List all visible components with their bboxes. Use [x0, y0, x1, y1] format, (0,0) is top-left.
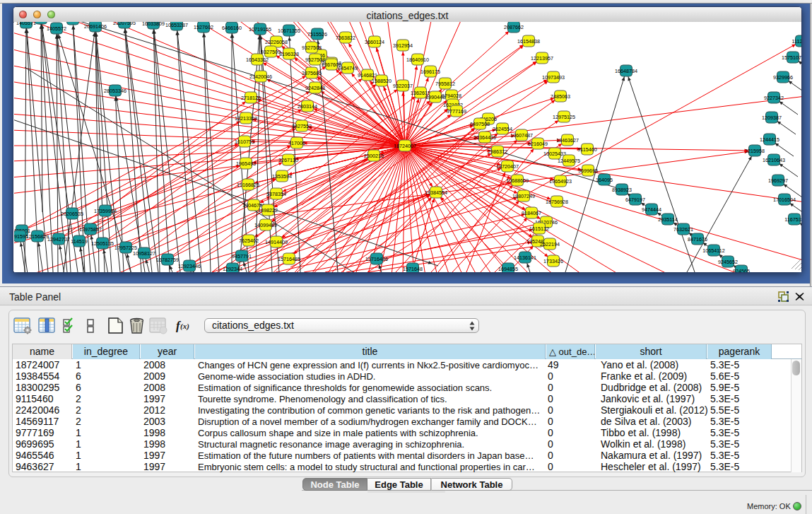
- svg-text:13975857: 13975857: [79, 226, 102, 233]
- svg-text:17016504: 17016504: [773, 197, 796, 203]
- svg-text:20364436: 20364436: [473, 134, 496, 141]
- svg-text:7563822: 7563822: [336, 35, 355, 41]
- svg-text:2367608: 2367608: [322, 62, 341, 68]
- svg-text:1969297: 1969297: [768, 177, 788, 184]
- svg-text:8427552: 8427552: [292, 123, 312, 129]
- svg-text:2803144: 2803144: [298, 103, 317, 110]
- svg-text:1527602: 1527602: [194, 24, 213, 30]
- svg-text:6479197: 6479197: [625, 197, 645, 203]
- svg-text:28053346: 28053346: [104, 88, 126, 94]
- svg-text:12213957: 12213957: [531, 55, 553, 62]
- svg-text:924565: 924565: [733, 268, 750, 273]
- svg-text:12505135: 12505135: [91, 240, 114, 247]
- svg-text:14914409: 14914409: [265, 239, 288, 245]
- svg-text:21207595: 21207595: [113, 22, 136, 26]
- svg-text:1498222: 1498222: [258, 207, 278, 214]
- svg-text:18463627: 18463627: [556, 137, 579, 144]
- svg-text:9327508: 9327508: [302, 45, 322, 51]
- svg-text:1405571: 1405571: [16, 22, 36, 26]
- svg-text:9777169: 9777169: [447, 108, 466, 115]
- svg-text:417006: 417006: [288, 140, 305, 146]
- svg-text:7485063: 7485063: [551, 93, 570, 100]
- svg-text:9184067: 9184067: [522, 210, 541, 216]
- svg-text:6497508: 6497508: [470, 121, 490, 127]
- svg-text:16648784: 16648784: [615, 68, 637, 74]
- svg-text:3624554: 3624554: [493, 126, 512, 132]
- svg-text:15716486: 15716486: [365, 256, 388, 262]
- svg-text:10719155: 10719155: [249, 26, 271, 33]
- svg-text:12923446: 12923446: [178, 263, 201, 269]
- svg-text:23420046: 23420046: [249, 74, 272, 80]
- svg-text:12975125: 12975125: [553, 114, 575, 120]
- svg-text:3267130: 3267130: [278, 157, 298, 163]
- svg-text:9242848: 9242848: [305, 85, 325, 91]
- svg-text:1167531: 1167531: [784, 216, 801, 223]
- svg-text:3215958: 3215958: [745, 148, 765, 154]
- svg-text:9322037: 9322037: [393, 83, 413, 89]
- svg-text:12213369: 12213369: [235, 115, 257, 122]
- svg-text:3660124: 3660124: [365, 39, 384, 45]
- svg-text:9699695: 9699695: [578, 168, 598, 174]
- svg-text:2087662: 2087662: [504, 24, 524, 30]
- svg-text:9457791: 9457791: [232, 253, 252, 259]
- svg-text:2300215: 2300215: [364, 153, 384, 159]
- svg-text:1610755: 1610755: [235, 139, 254, 145]
- svg-text:18640910: 18640910: [406, 57, 429, 63]
- svg-text:6216049: 6216049: [528, 141, 548, 147]
- svg-text:(x): (x): [180, 322, 189, 331]
- svg-text:6466160: 6466160: [222, 25, 242, 31]
- svg-text:12942737: 12942737: [47, 236, 70, 243]
- svg-text:2986372: 2986372: [488, 148, 507, 155]
- svg-text:1696175: 1696175: [420, 69, 440, 75]
- svg-text:14136141: 14136141: [514, 255, 536, 261]
- svg-text:18720407: 18720407: [496, 163, 519, 170]
- svg-text:10671355: 10671355: [278, 28, 300, 34]
- svg-text:5878354: 5878354: [266, 191, 286, 197]
- svg-text:8471676: 8471676: [688, 236, 707, 243]
- svg-text:16543362: 16543362: [246, 57, 269, 63]
- svg-text:23226058: 23226058: [265, 39, 288, 45]
- svg-text:10025433: 10025433: [543, 151, 566, 157]
- svg-text:10958127: 10958127: [133, 250, 155, 257]
- svg-text:19384554: 19384554: [425, 189, 447, 196]
- svg-text:2718126: 2718126: [241, 95, 261, 101]
- svg-text:1694855: 1694855: [498, 266, 518, 272]
- svg-text:12156829: 12156829: [26, 233, 49, 240]
- svg-text:3875685: 3875685: [302, 70, 322, 76]
- svg-text:16782759: 16782759: [156, 257, 179, 263]
- svg-text:3912954: 3912954: [393, 42, 413, 49]
- svg-text:7515526: 7515526: [307, 31, 327, 37]
- svg-text:1353594: 1353594: [272, 173, 292, 180]
- svg-text:1292344: 1292344: [223, 266, 242, 272]
- svg-text:1615132: 1615132: [529, 226, 549, 232]
- svg-text:2935114: 2935114: [658, 216, 677, 223]
- svg-text:19166825: 19166825: [237, 182, 259, 188]
- svg-text:16154838: 16154838: [517, 38, 540, 45]
- svg-text:18756928: 18756928: [546, 199, 568, 205]
- svg-text:1571648: 1571648: [403, 266, 423, 272]
- svg-text:14099489: 14099489: [254, 222, 277, 228]
- svg-text:9227342: 9227342: [764, 95, 784, 101]
- svg-text:8938923: 8938923: [612, 187, 632, 193]
- svg-text:1112873: 1112873: [792, 38, 801, 45]
- svg-text:10973493: 10973493: [542, 74, 565, 81]
- svg-text:20691406: 20691406: [84, 23, 107, 30]
- svg-text:9115460: 9115460: [577, 146, 596, 153]
- svg-text:1209387: 1209387: [762, 115, 782, 121]
- svg-text:15716485: 15716485: [278, 256, 300, 262]
- svg-text:1588520: 1588520: [372, 78, 392, 84]
- svg-text:18724007: 18724007: [394, 143, 416, 149]
- svg-text:10688609: 10688609: [506, 177, 529, 184]
- svg-text:16210643: 16210643: [763, 157, 785, 163]
- svg-text:16033809: 16033809: [142, 22, 165, 27]
- svg-text:2522194: 2522194: [540, 241, 560, 247]
- svg-text:8196328: 8196328: [279, 51, 299, 57]
- svg-text:10607487: 10607487: [510, 132, 533, 139]
- svg-text:1405572: 1405572: [47, 25, 66, 32]
- svg-text:114519: 114519: [71, 238, 87, 245]
- svg-text:17359934: 17359934: [94, 208, 117, 214]
- svg-text:1733426: 1733426: [543, 258, 563, 264]
- svg-text:12449575: 12449575: [558, 158, 580, 164]
- svg-text:10653287: 10653287: [165, 22, 188, 28]
- svg-text:6794028: 6794028: [442, 93, 461, 99]
